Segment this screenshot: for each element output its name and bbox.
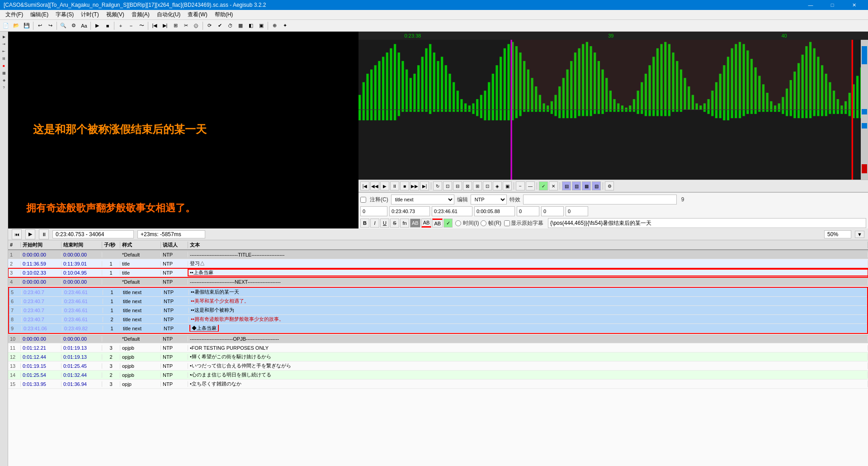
wf-video3[interactable]: ▦ bbox=[582, 181, 591, 190]
wf-play-next[interactable]: ▶▶ bbox=[410, 181, 419, 190]
wf-pause[interactable]: ⏸ bbox=[390, 181, 399, 190]
waveform-scroll-mid1[interactable] bbox=[862, 109, 867, 114]
toolbar-tool2[interactable]: ▣ bbox=[256, 21, 266, 31]
menu-audio[interactable]: 音频(A) bbox=[128, 10, 153, 19]
toolbar-tool3[interactable]: ⊕ bbox=[269, 21, 279, 31]
effect-input[interactable] bbox=[523, 195, 677, 204]
left-tool-1[interactable]: ▶ bbox=[1, 33, 7, 40]
wf-play-begin[interactable]: |◀ bbox=[360, 181, 369, 190]
table-row[interactable]: 4 0:00:00.00 0:00:00.00 *Default NTP ---… bbox=[8, 277, 868, 286]
comment-checkbox[interactable] bbox=[360, 197, 366, 203]
time-radio[interactable] bbox=[455, 220, 461, 226]
margin-v-input[interactable] bbox=[566, 206, 588, 216]
left-tool-6[interactable]: ▦ bbox=[1, 70, 7, 76]
toolbar-zoom-in[interactable]: + bbox=[116, 21, 126, 31]
table-row[interactable]: 15 0:01:33.95 0:01:36.94 3 opjp NTP •立ち尽… bbox=[8, 380, 868, 389]
toolbar-shift-end[interactable]: ▶| bbox=[160, 21, 170, 31]
format-ab2[interactable]: AB bbox=[421, 219, 432, 228]
menu-video[interactable]: 视频(V) bbox=[103, 10, 128, 19]
toolbar-split[interactable]: ✂ bbox=[181, 21, 191, 31]
menu-timing[interactable]: 计时(T) bbox=[77, 10, 102, 19]
zoom-dropdown-arrow[interactable]: ▼ bbox=[855, 231, 864, 238]
toolbar-properties[interactable]: ⚙ bbox=[69, 21, 79, 31]
format-bold[interactable]: B bbox=[360, 219, 369, 228]
left-tool-3[interactable]: ⇤ bbox=[1, 48, 7, 54]
table-row[interactable]: 14 0:01:25.54 0:01:32.44 2 opjpb NTP •心の… bbox=[8, 371, 868, 380]
wf-btn5[interactable]: ⊞ bbox=[473, 181, 482, 190]
wf-btn8[interactable]: ▣ bbox=[503, 181, 512, 190]
table-row[interactable]: 2 0:11:36.59 0:11:39.01 1 title NTP 登习△ bbox=[8, 259, 868, 268]
table-row[interactable]: 1 0:00:00.00 0:00:00.00 *Default NTP ---… bbox=[8, 250, 868, 259]
toolbar-find[interactable]: 🔍 bbox=[58, 21, 68, 31]
toolbar-new[interactable]: 📄 bbox=[1, 21, 11, 31]
wf-btn4[interactable]: ⊠ bbox=[463, 181, 472, 190]
waveform-scroll-up[interactable] bbox=[862, 46, 867, 64]
format-underline[interactable]: U bbox=[380, 219, 389, 228]
menu-file[interactable]: 文件(F) bbox=[2, 10, 27, 19]
close-button[interactable]: ✕ bbox=[844, 0, 864, 10]
pause-button[interactable]: ⏸ bbox=[39, 229, 49, 239]
toolbar-play[interactable]: ▶ bbox=[92, 21, 102, 31]
wf-minus-small[interactable]: — bbox=[526, 181, 535, 190]
toolbar-merge[interactable]: ⛒ bbox=[191, 21, 201, 31]
wf-video1[interactable]: ▤ bbox=[562, 181, 571, 190]
wf-cross[interactable]: ✕ bbox=[549, 181, 558, 190]
menu-subtitle[interactable]: 字幕(S) bbox=[52, 10, 77, 19]
style-dropdown[interactable]: title next bbox=[391, 195, 454, 204]
margin-l-input[interactable] bbox=[517, 206, 539, 216]
table-row[interactable]: 12 0:01:12.44 0:01:19.13 2 opjpb NTP •輝く… bbox=[8, 352, 868, 361]
subtitle-list[interactable]: # 开始时间 结束时间 子/秒 样式 说话人 文本 1 0:00:00.00 0… bbox=[8, 240, 868, 466]
format-commit[interactable]: ✓ bbox=[443, 219, 453, 228]
start-time-input[interactable] bbox=[389, 206, 430, 216]
duration-input[interactable] bbox=[474, 206, 515, 216]
menu-help[interactable]: 帮助(H) bbox=[211, 10, 237, 19]
toolbar-waveform[interactable]: 〜 bbox=[137, 21, 146, 31]
left-tool-4[interactable]: ⊞ bbox=[1, 55, 7, 62]
toolbar-undo[interactable]: ↩ bbox=[35, 21, 45, 31]
waveform-panel[interactable]: 0:23:38 39 40 bbox=[359, 32, 868, 180]
menu-view[interactable]: 查看(W) bbox=[184, 10, 211, 19]
show-original-checkbox[interactable] bbox=[504, 220, 510, 226]
wf-stop[interactable]: ■ bbox=[400, 181, 409, 190]
format-fn[interactable]: fn bbox=[400, 219, 409, 228]
left-tool-2[interactable]: ⇥ bbox=[1, 41, 7, 47]
toolbar-check[interactable]: ✔ bbox=[215, 21, 225, 31]
layer-input[interactable] bbox=[360, 206, 387, 216]
toolbar-stop[interactable]: ■ bbox=[103, 21, 113, 31]
wf-settings[interactable]: ⚙ bbox=[605, 181, 614, 190]
maximize-button[interactable]: □ bbox=[822, 0, 843, 10]
toolbar-zoom-out[interactable]: − bbox=[126, 21, 136, 31]
waveform-canvas[interactable] bbox=[359, 40, 868, 180]
menu-automate[interactable]: 自动化(U) bbox=[153, 10, 184, 19]
format-ab1[interactable]: AB bbox=[410, 219, 420, 228]
table-row[interactable]: 13 0:01:19.15 0:01:25.45 3 opjpb NTP •いつ… bbox=[8, 361, 868, 371]
minimize-button[interactable]: — bbox=[800, 0, 821, 10]
wf-minus-large[interactable]: − bbox=[516, 181, 525, 190]
table-row[interactable]: 3 0:10:02.33 0:10:04.95 1 title NTP ••上条… bbox=[8, 268, 868, 277]
left-tool-7[interactable]: ◈ bbox=[1, 77, 7, 83]
format-italic[interactable]: I bbox=[370, 219, 379, 228]
toolbar-tool1[interactable]: ◧ bbox=[246, 21, 256, 31]
toolbar-save[interactable]: 💾 bbox=[22, 21, 32, 31]
wf-btn3[interactable]: ⊟ bbox=[453, 181, 462, 190]
toolbar-tool4[interactable]: ✦ bbox=[280, 21, 290, 31]
margin-r-input[interactable] bbox=[541, 206, 564, 216]
toolbar-timing[interactable]: ⏱ bbox=[225, 21, 235, 31]
wf-video4[interactable]: ▧ bbox=[592, 181, 601, 190]
toolbar-recalc[interactable]: ⟳ bbox=[204, 21, 214, 31]
wf-play-end[interactable]: ▶| bbox=[420, 181, 429, 190]
wf-play-prev[interactable]: ◀◀ bbox=[370, 181, 379, 190]
table-row[interactable]: 7 0:23:40.7 0:23:46.61 1 title next NTP … bbox=[9, 306, 867, 315]
waveform-scroll-down[interactable] bbox=[862, 164, 867, 173]
toolbar-shift-start[interactable]: |◀ bbox=[150, 21, 160, 31]
play-button[interactable]: ▶ bbox=[25, 229, 35, 239]
format-ab3[interactable]: AB bbox=[432, 219, 443, 228]
wf-btn6[interactable]: ⊡ bbox=[483, 181, 492, 190]
menu-edit[interactable]: 编辑(E) bbox=[27, 10, 52, 19]
left-tool-8[interactable]: ? bbox=[1, 84, 7, 90]
table-row[interactable]: 8 0:23:40.7 0:23:46.61 2 title next NTP … bbox=[9, 315, 867, 324]
waveform-scroll-mid2[interactable] bbox=[862, 123, 867, 128]
wf-loop[interactable]: ↻ bbox=[433, 181, 442, 190]
actor-dropdown[interactable]: NTP bbox=[471, 195, 507, 204]
table-row[interactable]: 9 0:23:41.06 0:23:49.82 1 title next NTP… bbox=[9, 324, 867, 333]
